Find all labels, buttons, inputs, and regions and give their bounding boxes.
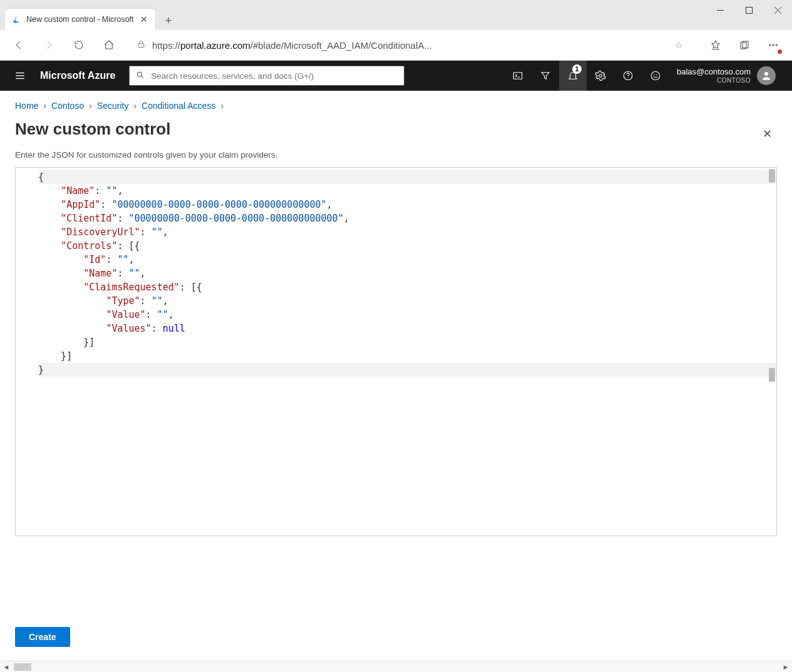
svg-rect-17 xyxy=(513,73,522,79)
breadcrumb-item[interactable]: Home xyxy=(15,101,38,111)
code-line[interactable]: "DiscoveryUrl": "", xyxy=(38,225,776,239)
window-maximize-button[interactable] xyxy=(734,0,763,20)
svg-point-20 xyxy=(599,74,602,78)
svg-point-15 xyxy=(138,72,142,76)
azure-favicon-icon xyxy=(11,14,21,24)
tab-title: New custom control - Microsoft xyxy=(26,15,134,24)
svg-point-9 xyxy=(769,44,771,46)
url-text: https://portal.azure.com/#blade/Microsof… xyxy=(152,40,669,51)
blade-content: Home› Contoso› Security› Conditional Acc… xyxy=(0,91,792,672)
svg-line-16 xyxy=(141,76,143,78)
global-search-input[interactable] xyxy=(150,71,398,81)
svg-point-24 xyxy=(654,74,655,76)
brand-label[interactable]: Microsoft Azure xyxy=(40,70,115,81)
horizontal-scrollbar[interactable]: ◄ ► xyxy=(0,661,792,672)
svg-rect-5 xyxy=(138,44,144,48)
svg-point-25 xyxy=(657,74,658,76)
user-org: CONTOSO xyxy=(717,77,751,84)
blade-description: Enter the JSON for customized controls g… xyxy=(0,150,792,167)
breadcrumb-item[interactable]: Conditional Access xyxy=(141,101,215,111)
svg-rect-1 xyxy=(746,7,752,13)
svg-point-23 xyxy=(651,71,660,80)
svg-point-22 xyxy=(627,78,628,78)
browser-forward-button xyxy=(39,35,59,55)
azure-top-bar: Microsoft Azure 1 balas@contoso.com CONT… xyxy=(0,61,792,91)
code-line[interactable]: "Name": "", xyxy=(38,184,776,198)
settings-icon[interactable] xyxy=(587,61,614,91)
code-line[interactable]: { xyxy=(38,170,776,184)
scroll-left-icon[interactable]: ◄ xyxy=(1,662,11,672)
account-menu[interactable]: balas@contoso.com CONTOSO xyxy=(669,66,783,85)
feedback-icon[interactable] xyxy=(642,61,669,91)
svg-marker-19 xyxy=(542,73,549,79)
code-line[interactable]: "Name": "", xyxy=(38,267,776,280)
directory-filter-icon[interactable] xyxy=(532,61,559,91)
portal-menu-button[interactable] xyxy=(9,64,31,87)
address-bar[interactable]: https://portal.azure.com/#blade/Microsof… xyxy=(129,34,691,56)
search-icon xyxy=(136,71,145,81)
breadcrumb-item[interactable]: Contoso xyxy=(51,101,84,111)
browser-menu-icon[interactable] xyxy=(763,35,783,55)
page-title: New custom control xyxy=(15,120,170,139)
svg-point-26 xyxy=(764,72,768,76)
json-editor[interactable]: { "Name": "", "AppId": "00000000-0000-00… xyxy=(15,167,777,536)
svg-point-10 xyxy=(773,44,774,46)
tab-close-icon[interactable]: ✕ xyxy=(139,14,149,24)
user-email: balas@contoso.com xyxy=(677,67,751,77)
create-button[interactable]: Create xyxy=(15,627,70,647)
code-line[interactable]: "ClaimsRequested": [{ xyxy=(38,280,776,294)
svg-marker-4 xyxy=(13,16,19,23)
close-blade-button[interactable]: ✕ xyxy=(757,124,777,144)
code-line[interactable]: "Type": "", xyxy=(38,294,776,308)
browser-home-button[interactable] xyxy=(99,35,119,55)
svg-point-11 xyxy=(776,44,777,46)
new-tab-button[interactable]: + xyxy=(159,11,178,30)
scroll-thumb[interactable] xyxy=(14,663,31,671)
window-minimize-button[interactable] xyxy=(706,0,734,20)
code-line[interactable]: "AppId": "00000000-0000-0000-0000-000000… xyxy=(38,198,776,211)
breadcrumb-item[interactable]: Security xyxy=(97,101,129,111)
editor-scrollbar-thumb[interactable] xyxy=(769,169,775,183)
collections-icon[interactable] xyxy=(734,35,754,55)
help-icon[interactable] xyxy=(614,61,642,91)
code-line[interactable]: "Value": "", xyxy=(38,308,776,322)
code-line[interactable]: "Values": null xyxy=(38,322,776,335)
code-line[interactable]: "Id": "", xyxy=(38,253,776,267)
breadcrumb: Home› Contoso› Security› Conditional Acc… xyxy=(0,91,792,111)
cloud-shell-icon[interactable] xyxy=(504,61,532,91)
editor-scrollbar-thumb[interactable] xyxy=(769,368,775,382)
notification-count: 1 xyxy=(572,64,582,74)
code-line[interactable]: "Controls": [{ xyxy=(38,239,776,253)
browser-chrome: New custom control - Microsoft ✕ + https… xyxy=(0,0,792,61)
code-line[interactable]: }] xyxy=(38,335,776,349)
browser-refresh-button[interactable] xyxy=(69,35,89,55)
code-line[interactable]: "ClientId": "00000000-0000-0000-0000-000… xyxy=(38,211,776,225)
browser-tab[interactable]: New custom control - Microsoft ✕ xyxy=(5,9,155,30)
favorite-icon[interactable]: ☆ xyxy=(675,40,683,50)
window-close-button[interactable] xyxy=(763,0,792,20)
code-line[interactable]: }] xyxy=(38,349,776,363)
code-line[interactable]: } xyxy=(38,363,776,377)
favorites-list-icon[interactable] xyxy=(706,35,726,55)
browser-back-button[interactable] xyxy=(9,35,29,55)
scroll-right-icon[interactable]: ► xyxy=(781,662,791,672)
lock-icon xyxy=(136,39,146,51)
notifications-icon[interactable]: 1 xyxy=(559,61,587,91)
avatar-icon xyxy=(757,66,776,85)
global-search[interactable] xyxy=(129,66,404,86)
